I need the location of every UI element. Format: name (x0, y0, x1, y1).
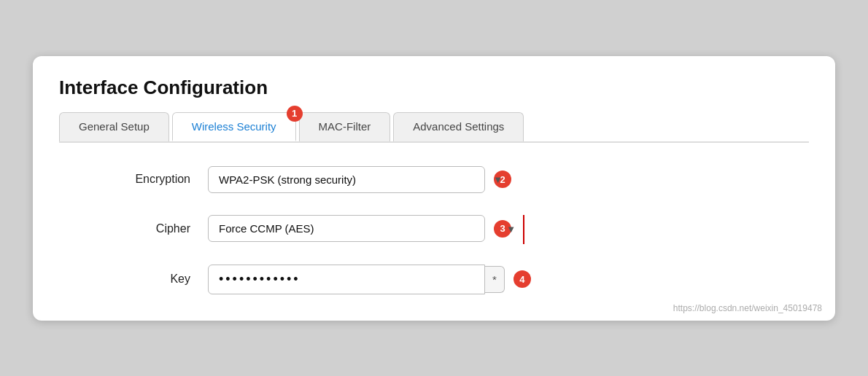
key-input-wrapper: * 4 (208, 265, 531, 294)
key-suffix-button[interactable]: * (485, 266, 505, 293)
cipher-row: Cipher Force CCMP (AES) Force TKIP CCMP … (103, 214, 809, 244)
cipher-label: Cipher (103, 222, 190, 235)
tab-bar: General Setup Wireless Security 1 MAC-Fi… (59, 112, 809, 143)
wireless-security-badge: 1 (287, 106, 303, 122)
cipher-select[interactable]: Force CCMP (AES) Force TKIP CCMP + TKIP … (208, 215, 485, 242)
encryption-select[interactable]: WPA2-PSK (strong security) WPA-PSK (weak… (208, 166, 485, 193)
form-section: Encryption WPA2-PSK (strong security) WP… (59, 166, 809, 294)
encryption-row: Encryption WPA2-PSK (strong security) WP… (103, 166, 809, 193)
page-title: Interface Configuration (59, 77, 809, 99)
watermark: https://blog.csdn.net/weixin_45019478 (673, 303, 822, 313)
tab-mac-filter[interactable]: MAC-Filter (299, 112, 391, 141)
cipher-vertical-line (523, 215, 524, 244)
key-input[interactable] (208, 265, 485, 294)
encryption-label: Encryption (103, 173, 190, 186)
key-field-wrapper: * (208, 265, 505, 294)
cipher-badge: 3 (494, 220, 511, 238)
interface-configuration-card: Interface Configuration General Setup Wi… (33, 56, 835, 321)
key-row: Key * 4 (103, 265, 809, 294)
cipher-select-wrapper: Force CCMP (AES) Force TKIP CCMP + TKIP … (208, 214, 524, 244)
key-label: Key (103, 273, 190, 286)
tab-wireless-security[interactable]: Wireless Security 1 (172, 112, 296, 141)
encryption-badge: 2 (494, 171, 511, 188)
key-badge: 4 (514, 270, 531, 288)
tab-general-setup[interactable]: General Setup (59, 112, 169, 141)
encryption-select-wrapper: WPA2-PSK (strong security) WPA-PSK (weak… (208, 166, 511, 193)
tab-advanced-settings[interactable]: Advanced Settings (393, 112, 524, 141)
